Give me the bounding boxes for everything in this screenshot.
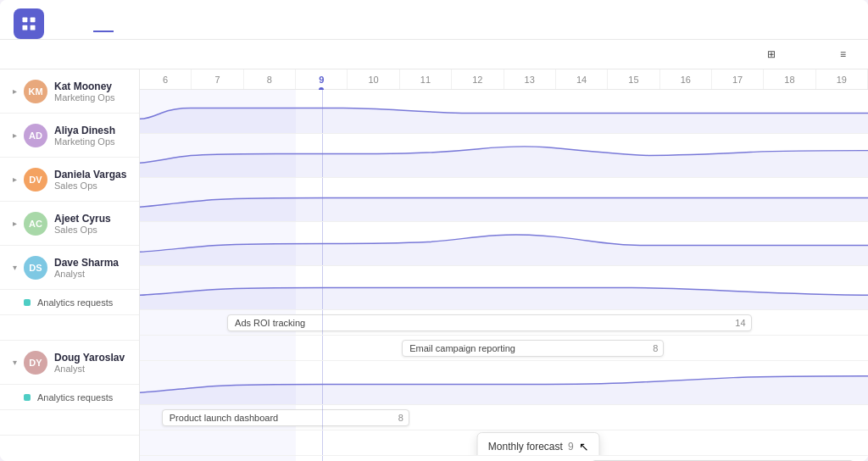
today-line	[322, 310, 323, 335]
category-dot	[24, 299, 31, 306]
person-info: Aliya DineshMarketing Ops	[54, 125, 131, 147]
tab-projects[interactable]	[70, 17, 90, 32]
work-hours-icon: ⊞	[767, 48, 776, 60]
person-info: Kat MooneyMarketing Ops	[54, 81, 131, 103]
category-dot	[24, 394, 31, 401]
main-content: ▸KMKat MooneyMarketing Ops▸ADAliya Dines…	[0, 69, 868, 461]
chart-person-row	[140, 134, 868, 178]
today-button[interactable]	[794, 51, 804, 58]
shaded-region	[140, 430, 296, 455]
person-row[interactable]: ▸KMKat MooneyMarketing Ops	[0, 69, 139, 114]
tooltip-number: 9	[568, 441, 574, 453]
date-cell: 7	[192, 69, 243, 89]
date-cell: 16	[660, 69, 712, 89]
date-cell: 12	[452, 69, 504, 89]
chart-category-row: Product launch dashboard8	[140, 405, 868, 430]
chart-person-row	[140, 90, 868, 134]
person-row[interactable]: ▾DSDave SharmaAnalyst	[0, 246, 139, 290]
task-number: 8	[653, 343, 658, 353]
category-name: Analytics requests	[37, 297, 113, 308]
expand-icon[interactable]: ▾	[8, 357, 20, 369]
chart-person-row	[140, 361, 868, 405]
date-cell: 19	[816, 69, 868, 89]
app-icon	[14, 8, 44, 39]
svg-rect-2	[23, 25, 28, 31]
avatar: DS	[24, 256, 47, 280]
expand-icon[interactable]: ▸	[8, 130, 20, 142]
toolbar-actions: ⊞ ≡	[762, 45, 854, 64]
person-role: Marketing Ops	[54, 92, 131, 103]
person-name: Dave Sharma	[54, 257, 131, 269]
person-name: Ajeet Cyrus	[54, 213, 131, 225]
tooltip-label: Monthly forecast	[488, 441, 563, 453]
person-row[interactable]: ▸ACAjeet CyrusSales Ops	[0, 202, 139, 246]
app-header	[0, 0, 868, 40]
date-header: 678910111213141516171819	[140, 69, 868, 90]
person-name: Doug Yaroslav	[54, 352, 131, 364]
workload-chart	[140, 178, 868, 221]
today-line	[322, 430, 323, 455]
chart-category-row: Ads ROI tracking14	[140, 310, 868, 336]
filter-icon: ≡	[840, 48, 846, 60]
shaded-region	[140, 336, 296, 360]
person-info: Daniela VargasSales Ops	[54, 169, 131, 191]
expand-icon[interactable]: ▸	[8, 174, 20, 186]
person-name: Kat Mooney	[54, 81, 131, 92]
person-name: Daniela Vargas	[54, 169, 131, 181]
workload-chart	[140, 222, 868, 265]
svg-rect-1	[31, 18, 36, 23]
cursor-icon: ↖	[579, 440, 589, 453]
timeline: 678910111213141516171819 Ads ROI trackin…	[140, 69, 868, 461]
category-row	[0, 315, 139, 341]
person-role: Marketing Ops	[54, 136, 131, 147]
svg-rect-0	[23, 18, 28, 23]
date-cell: 13	[504, 69, 556, 89]
filter-button[interactable]: ≡	[835, 45, 854, 64]
person-row[interactable]: ▾DYDoug YaroslavAnalyst	[0, 341, 139, 385]
person-role: Analyst	[54, 269, 131, 279]
person-row[interactable]: ▸DVDaniela VargasSales Ops	[0, 158, 139, 202]
grid-icon	[20, 15, 37, 32]
expand-icon[interactable]: ▾	[8, 262, 20, 274]
task-number: 14	[735, 318, 745, 328]
date-cell: 10	[348, 69, 399, 89]
task-label: Email campaign reporting	[409, 343, 515, 353]
chart-person-row	[140, 266, 868, 310]
tooltip-task-bar[interactable]: Monthly forecast9↖	[488, 440, 589, 453]
task-bar[interactable]: Email campaign reporting8	[402, 340, 664, 357]
task-bar[interactable]: Ads ROI tracking14	[227, 314, 751, 331]
date-cell: 8	[244, 69, 296, 89]
category-row	[0, 410, 139, 436]
today-line	[322, 134, 323, 177]
workload-chart	[140, 134, 868, 177]
tab-workload[interactable]	[93, 17, 114, 32]
person-role: Analyst	[54, 364, 131, 374]
chart-category-row: Pull data on closed sales deals	[140, 456, 868, 461]
person-role: Sales Ops	[54, 225, 131, 235]
workload-chart	[140, 266, 868, 309]
zoom-button[interactable]	[815, 51, 825, 58]
person-row[interactable]: ▸ADAliya DineshMarketing Ops	[0, 114, 139, 158]
task-tooltip: Monthly forecast9↖	[477, 432, 600, 456]
toolbar: ⊞ ≡	[0, 40, 868, 69]
today-line	[322, 336, 323, 360]
chart-category-row: Monthly forecast9↖	[140, 430, 868, 456]
date-cell: 17	[712, 69, 764, 89]
svg-rect-3	[31, 25, 36, 31]
avatar: AC	[24, 212, 47, 236]
person-info: Dave SharmaAnalyst	[54, 257, 131, 279]
expand-icon[interactable]: ▸	[8, 86, 20, 97]
person-name: Aliya Dinesh	[54, 125, 131, 136]
date-cell: 15	[608, 69, 659, 89]
today-date: 9	[296, 69, 348, 89]
date-cell: 6	[140, 69, 192, 89]
expand-icon[interactable]: ▸	[8, 218, 20, 230]
avatar: DY	[24, 351, 47, 375]
date-cell: 11	[400, 69, 452, 89]
chart-person-row	[140, 178, 868, 222]
workload-chart	[140, 361, 868, 404]
today-line	[322, 405, 323, 430]
task-bar[interactable]: Product launch dashboard8	[162, 409, 409, 426]
work-hours-button[interactable]: ⊞	[762, 45, 784, 64]
category-name: Analytics requests	[37, 392, 113, 403]
